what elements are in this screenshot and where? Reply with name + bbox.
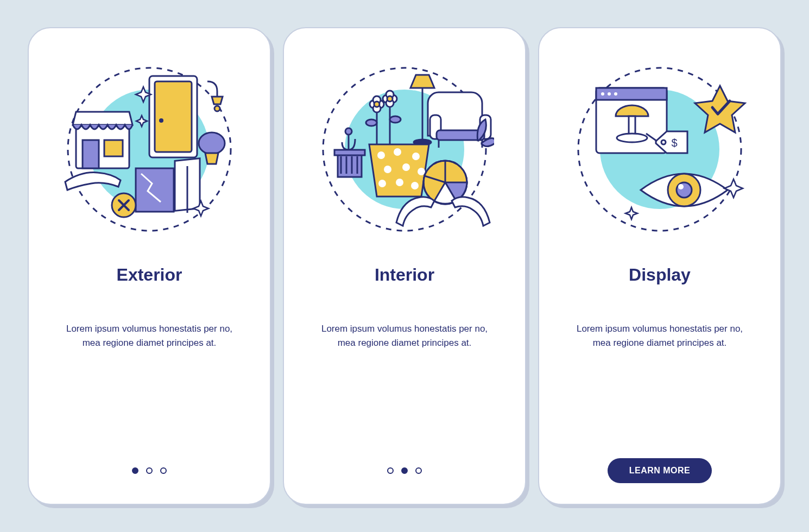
page-dot-3[interactable] — [415, 467, 422, 474]
svg-point-50 — [378, 180, 386, 187]
onboarding-screen-interior: Interior Lorem ipsum volumus honestatis … — [283, 27, 526, 505]
svg-rect-60 — [596, 88, 667, 100]
screen-description: Lorem ipsum volumus honestatis per no, m… — [312, 322, 497, 351]
svg-point-52 — [411, 182, 419, 189]
svg-rect-4 — [83, 140, 99, 168]
svg-point-30 — [374, 102, 380, 107]
screen-title: Display — [629, 265, 691, 285]
svg-point-10 — [199, 132, 225, 154]
svg-point-37 — [390, 116, 401, 123]
svg-point-51 — [396, 179, 403, 186]
pagination-dots — [50, 457, 248, 484]
display-scene-icon: $ — [570, 60, 749, 239]
screen-description: Lorem ipsum volumus honestatis per no, m… — [57, 322, 242, 351]
svg-point-48 — [402, 163, 410, 171]
pagination-dots — [306, 457, 503, 484]
svg-text:$: $ — [671, 137, 677, 149]
svg-point-61 — [601, 92, 604, 96]
screen-title: Interior — [375, 265, 434, 285]
svg-point-46 — [412, 153, 420, 160]
svg-point-36 — [366, 119, 377, 126]
interior-scene-icon — [315, 60, 494, 239]
page-dot-1[interactable] — [132, 467, 138, 474]
svg-point-62 — [608, 92, 611, 96]
page-dot-1[interactable] — [387, 467, 394, 474]
svg-rect-39 — [334, 150, 365, 155]
svg-point-49 — [418, 168, 425, 175]
page-dot-3[interactable] — [160, 467, 167, 474]
svg-point-45 — [394, 148, 401, 156]
page-dot-2[interactable] — [401, 467, 408, 474]
page-dot-2[interactable] — [146, 467, 153, 474]
svg-point-8 — [159, 118, 163, 123]
svg-point-71 — [678, 184, 684, 189]
svg-point-65 — [617, 134, 647, 142]
onboarding-screen-display: $ Display Lorem ipsum volumus honestatis… — [538, 27, 781, 505]
learn-more-button[interactable]: LEARN MORE — [608, 458, 712, 483]
svg-point-63 — [614, 92, 617, 96]
svg-point-35 — [387, 96, 393, 102]
svg-rect-5 — [104, 140, 123, 156]
svg-point-66 — [661, 140, 666, 144]
screen-description: Lorem ipsum volumus honestatis per no, m… — [567, 322, 752, 351]
svg-point-9 — [214, 106, 220, 111]
svg-point-70 — [677, 182, 692, 198]
screen-title: Exterior — [117, 265, 182, 285]
svg-rect-7 — [155, 81, 192, 152]
svg-point-44 — [377, 151, 385, 159]
exterior-scene-icon — [60, 60, 239, 239]
cta-footer: LEARN MORE — [561, 457, 759, 484]
svg-point-47 — [384, 166, 391, 173]
onboarding-screen-exterior: Exterior Lorem ipsum volumus honestatis … — [28, 27, 271, 505]
